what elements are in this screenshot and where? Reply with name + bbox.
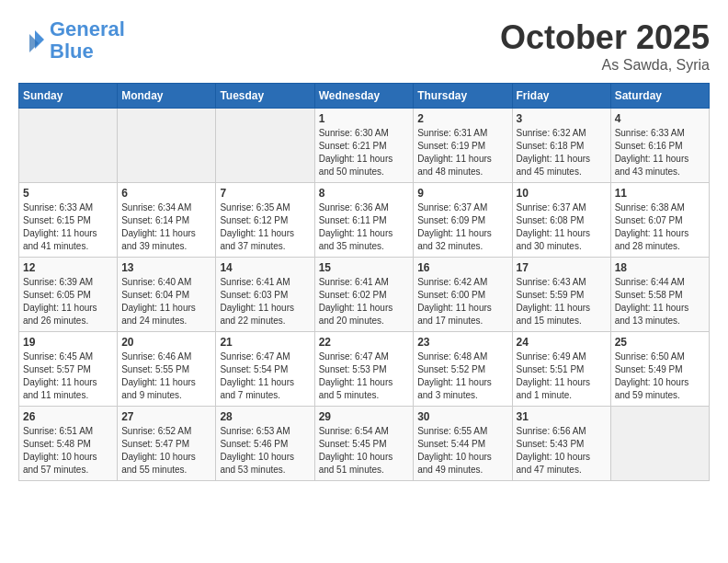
week-row-5: 26Sunrise: 6:51 AM Sunset: 5:48 PM Dayli…	[19, 407, 710, 481]
day-number: 28	[220, 410, 310, 423]
day-cell: 24Sunrise: 6:49 AM Sunset: 5:51 PM Dayli…	[512, 332, 610, 407]
day-cell: 31Sunrise: 6:56 AM Sunset: 5:43 PM Dayli…	[512, 407, 610, 481]
day-cell: 15Sunrise: 6:41 AM Sunset: 6:02 PM Dayli…	[314, 258, 414, 332]
day-cell: 23Sunrise: 6:48 AM Sunset: 5:52 PM Dayli…	[414, 332, 512, 407]
day-number: 25	[615, 336, 705, 349]
day-info: Sunrise: 6:36 AM Sunset: 6:11 PM Dayligh…	[319, 201, 410, 253]
day-info: Sunrise: 6:39 AM Sunset: 6:05 PM Dayligh…	[23, 276, 113, 327]
day-number: 29	[319, 410, 410, 423]
day-number: 2	[417, 112, 507, 125]
day-cell: 17Sunrise: 6:43 AM Sunset: 5:59 PM Dayli…	[512, 258, 610, 332]
day-number: 19	[23, 336, 113, 349]
day-number: 8	[319, 187, 410, 200]
day-info: Sunrise: 6:50 AM Sunset: 5:49 PM Dayligh…	[615, 350, 705, 402]
day-number: 4	[615, 112, 705, 125]
day-cell: 18Sunrise: 6:44 AM Sunset: 5:58 PM Dayli…	[610, 258, 709, 332]
svg-marker-0	[35, 30, 44, 49]
day-number: 5	[23, 187, 113, 200]
day-info: Sunrise: 6:54 AM Sunset: 5:45 PM Dayligh…	[319, 425, 410, 477]
day-info: Sunrise: 6:48 AM Sunset: 5:52 PM Dayligh…	[417, 350, 507, 402]
day-info: Sunrise: 6:38 AM Sunset: 6:07 PM Dayligh…	[615, 201, 705, 253]
day-info: Sunrise: 6:44 AM Sunset: 5:58 PM Dayligh…	[615, 276, 705, 327]
day-number: 7	[220, 187, 310, 200]
day-cell: 21Sunrise: 6:47 AM Sunset: 5:54 PM Dayli…	[216, 332, 314, 407]
day-number: 16	[417, 261, 507, 274]
day-cell: 16Sunrise: 6:42 AM Sunset: 6:00 PM Dayli…	[414, 258, 512, 332]
day-cell: 8Sunrise: 6:36 AM Sunset: 6:11 PM Daylig…	[314, 183, 414, 258]
calendar-body: 1Sunrise: 6:30 AM Sunset: 6:21 PM Daylig…	[19, 109, 710, 481]
calendar-header: SundayMondayTuesdayWednesdayThursdayFrid…	[19, 84, 710, 109]
day-number: 23	[417, 336, 507, 349]
day-number: 18	[615, 261, 705, 274]
day-number: 11	[615, 187, 705, 200]
day-info: Sunrise: 6:42 AM Sunset: 6:00 PM Dayligh…	[417, 276, 507, 327]
day-cell: 5Sunrise: 6:33 AM Sunset: 6:15 PM Daylig…	[19, 183, 118, 258]
logo-icon	[18, 27, 46, 54]
week-row-1: 1Sunrise: 6:30 AM Sunset: 6:21 PM Daylig…	[19, 109, 710, 183]
week-row-2: 5Sunrise: 6:33 AM Sunset: 6:15 PM Daylig…	[19, 183, 710, 258]
day-cell	[216, 109, 314, 183]
day-cell	[19, 109, 118, 183]
day-cell: 28Sunrise: 6:53 AM Sunset: 5:46 PM Dayli…	[216, 407, 314, 481]
day-number: 9	[417, 187, 507, 200]
day-info: Sunrise: 6:46 AM Sunset: 5:55 PM Dayligh…	[121, 350, 211, 402]
day-info: Sunrise: 6:47 AM Sunset: 5:54 PM Dayligh…	[220, 350, 310, 402]
day-cell: 10Sunrise: 6:37 AM Sunset: 6:08 PM Dayli…	[512, 183, 610, 258]
column-header-tuesday: Tuesday	[216, 84, 314, 109]
day-cell: 12Sunrise: 6:39 AM Sunset: 6:05 PM Dayli…	[19, 258, 118, 332]
day-info: Sunrise: 6:37 AM Sunset: 6:09 PM Dayligh…	[417, 201, 507, 253]
day-cell: 2Sunrise: 6:31 AM Sunset: 6:19 PM Daylig…	[414, 109, 512, 183]
day-info: Sunrise: 6:32 AM Sunset: 6:18 PM Dayligh…	[517, 127, 607, 178]
day-cell: 6Sunrise: 6:34 AM Sunset: 6:14 PM Daylig…	[118, 183, 216, 258]
day-number: 30	[417, 410, 507, 423]
day-cell: 4Sunrise: 6:33 AM Sunset: 6:16 PM Daylig…	[610, 109, 709, 183]
calendar-table: SundayMondayTuesdayWednesdayThursdayFrid…	[18, 83, 710, 481]
location: As Sawda, Syria	[500, 57, 710, 74]
day-info: Sunrise: 6:35 AM Sunset: 6:12 PM Dayligh…	[220, 201, 310, 253]
day-number: 27	[121, 410, 211, 423]
day-info: Sunrise: 6:37 AM Sunset: 6:08 PM Dayligh…	[517, 201, 607, 253]
logo-text: General Blue	[50, 18, 125, 63]
day-cell: 14Sunrise: 6:41 AM Sunset: 6:03 PM Dayli…	[216, 258, 314, 332]
day-info: Sunrise: 6:45 AM Sunset: 5:57 PM Dayligh…	[23, 350, 113, 402]
column-header-saturday: Saturday	[610, 84, 709, 109]
day-info: Sunrise: 6:43 AM Sunset: 5:59 PM Dayligh…	[517, 276, 607, 327]
day-cell: 20Sunrise: 6:46 AM Sunset: 5:55 PM Dayli…	[118, 332, 216, 407]
day-cell: 9Sunrise: 6:37 AM Sunset: 6:09 PM Daylig…	[414, 183, 512, 258]
day-cell: 3Sunrise: 6:32 AM Sunset: 6:18 PM Daylig…	[512, 109, 610, 183]
title-block: October 2025 As Sawda, Syria	[500, 18, 710, 74]
day-info: Sunrise: 6:31 AM Sunset: 6:19 PM Dayligh…	[417, 127, 507, 178]
week-row-4: 19Sunrise: 6:45 AM Sunset: 5:57 PM Dayli…	[19, 332, 710, 407]
day-number: 6	[121, 187, 211, 200]
day-cell: 7Sunrise: 6:35 AM Sunset: 6:12 PM Daylig…	[216, 183, 314, 258]
column-header-wednesday: Wednesday	[314, 84, 414, 109]
day-number: 24	[517, 336, 607, 349]
day-number: 26	[23, 410, 113, 423]
column-header-sunday: Sunday	[19, 84, 118, 109]
day-number: 1	[319, 112, 410, 125]
day-number: 10	[517, 187, 607, 200]
logo-line1: General	[50, 17, 125, 40]
day-info: Sunrise: 6:41 AM Sunset: 6:03 PM Dayligh…	[220, 276, 310, 327]
day-info: Sunrise: 6:30 AM Sunset: 6:21 PM Dayligh…	[319, 127, 410, 178]
day-cell: 22Sunrise: 6:47 AM Sunset: 5:53 PM Dayli…	[314, 332, 414, 407]
column-header-friday: Friday	[512, 84, 610, 109]
day-cell	[118, 109, 216, 183]
logo: General Blue	[18, 18, 125, 63]
day-number: 3	[517, 112, 607, 125]
day-cell: 27Sunrise: 6:52 AM Sunset: 5:47 PM Dayli…	[118, 407, 216, 481]
day-info: Sunrise: 6:49 AM Sunset: 5:51 PM Dayligh…	[517, 350, 607, 402]
day-info: Sunrise: 6:47 AM Sunset: 5:53 PM Dayligh…	[319, 350, 410, 402]
logo-line2: Blue	[50, 40, 94, 63]
day-info: Sunrise: 6:51 AM Sunset: 5:48 PM Dayligh…	[23, 425, 113, 477]
week-row-3: 12Sunrise: 6:39 AM Sunset: 6:05 PM Dayli…	[19, 258, 710, 332]
day-cell: 29Sunrise: 6:54 AM Sunset: 5:45 PM Dayli…	[314, 407, 414, 481]
day-number: 22	[319, 336, 410, 349]
day-info: Sunrise: 6:55 AM Sunset: 5:44 PM Dayligh…	[417, 425, 507, 477]
day-cell: 30Sunrise: 6:55 AM Sunset: 5:44 PM Dayli…	[414, 407, 512, 481]
day-number: 14	[220, 261, 310, 274]
month-title: October 2025	[500, 18, 710, 57]
day-info: Sunrise: 6:33 AM Sunset: 6:15 PM Dayligh…	[23, 201, 113, 253]
day-number: 13	[121, 261, 211, 274]
day-number: 31	[517, 410, 607, 423]
